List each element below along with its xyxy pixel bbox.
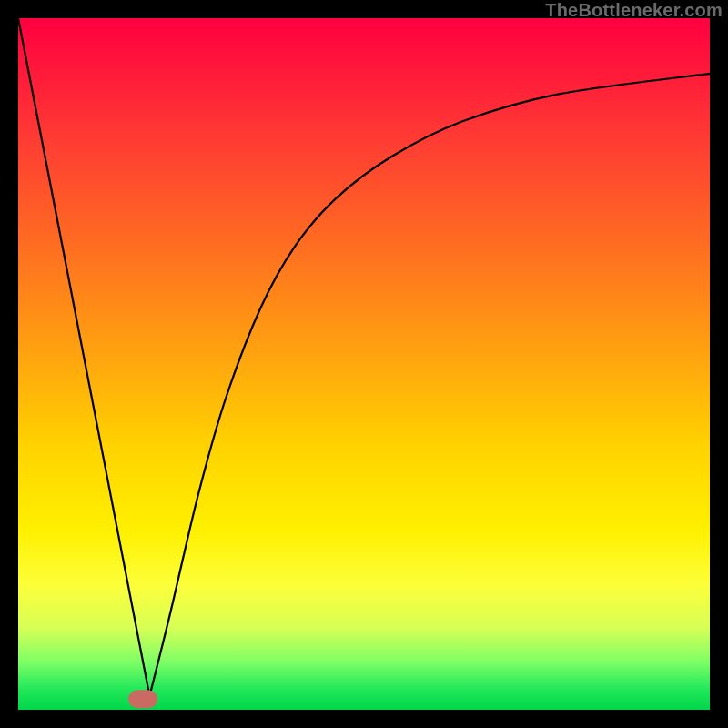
curve-layer [18, 18, 710, 710]
watermark-text: TheBottleneker.com [545, 0, 723, 21]
chart-frame: TheBottleneker.com [0, 0, 728, 728]
minimum-marker [128, 690, 157, 708]
curve-path [18, 18, 710, 696]
